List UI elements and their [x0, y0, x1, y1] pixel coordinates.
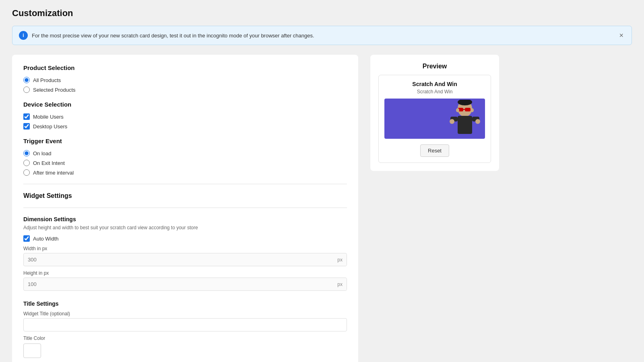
svg-point-5	[456, 108, 459, 112]
banner-text: For the most precise view of your new sc…	[32, 33, 613, 39]
divider-2	[23, 208, 347, 208]
device-selection-section: Device Selection Mobile Users Desktop Us…	[23, 101, 347, 130]
svg-point-10	[450, 119, 454, 124]
dimension-settings-desc: Adjust height and width to best suit you…	[23, 225, 347, 230]
title-color-label: Title Color	[23, 335, 347, 341]
preview-card: Scratch And Win Scratch And Win	[378, 75, 491, 163]
dimension-settings-section: Dimension Settings Adjust height and wid…	[23, 216, 347, 291]
all-products-radio[interactable]	[23, 77, 30, 83]
widget-title-input[interactable]: Scratch And Win	[23, 318, 347, 331]
svg-rect-7	[458, 116, 472, 134]
selected-products-option[interactable]: Selected Products	[23, 86, 347, 93]
info-icon: i	[19, 31, 28, 40]
mobile-users-checkbox[interactable]	[23, 113, 30, 120]
all-products-label: All Products	[33, 77, 61, 83]
title-settings-title: Title Settings	[23, 300, 347, 307]
product-selection-section: Product Selection All Products Selected …	[23, 64, 347, 93]
banner-close-button[interactable]: ×	[617, 32, 625, 39]
width-input[interactable]	[24, 253, 333, 266]
svg-rect-3	[465, 108, 471, 111]
character-illustration	[449, 100, 481, 138]
desktop-users-label: Desktop Users	[33, 123, 67, 130]
width-label: Width in px	[23, 246, 347, 251]
height-input-group: px	[23, 278, 347, 291]
trigger-event-section: Trigger Event On load On Exit Intent Aft…	[23, 138, 347, 176]
on-exit-intent-option[interactable]: On Exit Intent	[23, 160, 347, 166]
product-selection-title: Product Selection	[23, 64, 347, 71]
auto-width-row: Auto Width	[23, 235, 347, 242]
preview-card-title: Scratch And Win	[384, 81, 485, 87]
mobile-users-option[interactable]: Mobile Users	[23, 113, 347, 120]
after-time-interval-radio[interactable]	[23, 169, 30, 176]
device-selection-checkbox-group: Mobile Users Desktop Users	[23, 113, 347, 130]
preview-title: Preview	[378, 63, 491, 70]
preview-image	[384, 99, 485, 139]
title-color-swatch[interactable]	[23, 343, 41, 358]
desktop-users-option[interactable]: Desktop Users	[23, 123, 347, 130]
mobile-users-label: Mobile Users	[33, 114, 64, 120]
left-panel: Product Selection All Products Selected …	[12, 55, 358, 362]
trigger-event-title: Trigger Event	[23, 138, 347, 144]
selected-products-label: Selected Products	[33, 87, 76, 93]
on-exit-intent-radio[interactable]	[23, 160, 30, 166]
svg-point-11	[475, 119, 480, 124]
after-time-interval-option[interactable]: After time interval	[23, 169, 347, 176]
dimension-settings-title: Dimension Settings	[23, 216, 347, 222]
widget-settings-section: Widget Settings Dimension Settings Adjus…	[23, 192, 347, 362]
main-layout: Product Selection All Products Selected …	[12, 55, 632, 362]
on-load-radio[interactable]	[23, 150, 30, 156]
selected-products-radio[interactable]	[23, 86, 30, 93]
width-input-group: px	[23, 253, 347, 266]
height-input[interactable]	[24, 278, 333, 290]
width-suffix: px	[333, 254, 347, 266]
title-settings-section: Title Settings Widget Title (optional) S…	[23, 300, 347, 362]
info-banner: i For the most precise view of your new …	[12, 26, 632, 45]
product-selection-radio-group: All Products Selected Products	[23, 77, 347, 93]
device-selection-title: Device Selection	[23, 101, 347, 108]
on-exit-intent-label: On Exit Intent	[33, 160, 65, 166]
height-suffix: px	[333, 278, 347, 290]
preview-card-subtitle: Scratch And Win	[384, 89, 485, 95]
svg-point-6	[471, 108, 474, 112]
widget-title-label: Widget Title (optional)	[23, 311, 347, 317]
divider-1	[23, 184, 347, 184]
widget-settings-title: Widget Settings	[23, 192, 347, 200]
auto-width-label: Auto Width	[33, 236, 59, 242]
on-load-option[interactable]: On load	[23, 150, 347, 156]
height-label: Height in px	[23, 270, 347, 276]
auto-width-checkbox[interactable]	[23, 235, 30, 242]
page-title: Customization	[12, 8, 632, 19]
desktop-users-checkbox[interactable]	[23, 123, 30, 130]
after-time-interval-label: After time interval	[33, 170, 74, 176]
all-products-option[interactable]: All Products	[23, 77, 347, 83]
on-load-label: On load	[33, 150, 52, 156]
trigger-event-radio-group: On load On Exit Intent After time interv…	[23, 150, 347, 176]
preview-panel: Preview Scratch And Win Scratch And Win	[370, 55, 499, 171]
reset-button[interactable]: Reset	[420, 144, 449, 157]
